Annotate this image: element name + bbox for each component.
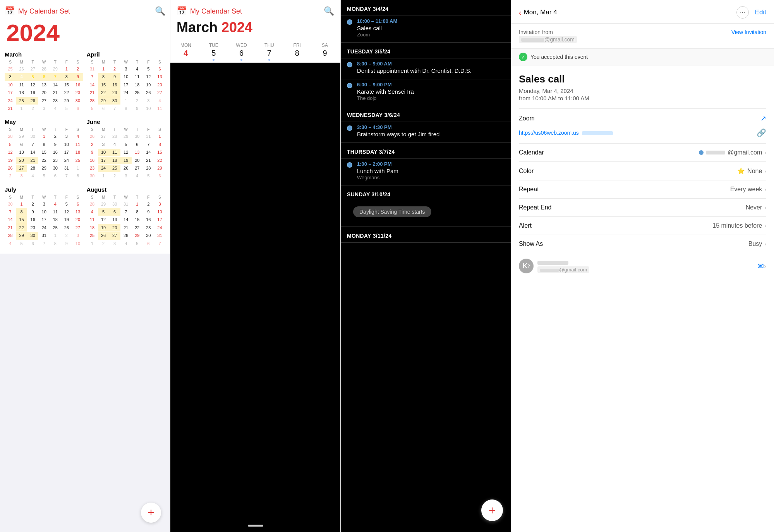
day-cell[interactable]: 17 [5,89,16,96]
day-cell[interactable]: 2 [109,172,120,180]
day-cell[interactable]: 8 [61,73,72,81]
day-cell[interactable]: 16 [143,216,154,223]
day-cell[interactable]: 25 [5,65,16,73]
day-cell[interactable]: 25 [87,232,98,239]
day-cell[interactable]: 5 [143,172,154,180]
day-cell[interactable]: 9 [132,105,143,112]
day-cell[interactable]: 20 [16,157,27,164]
day-cell[interactable]: 28 [87,201,98,208]
day-cell[interactable]: 30 [50,165,61,172]
day-cell[interactable]: 27 [38,97,50,105]
day-cell[interactable]: 19 [143,81,154,89]
day-cell[interactable]: 30 [109,201,120,208]
day-cell[interactable]: 24 [154,224,165,232]
day-cell[interactable]: 10 [154,208,165,216]
day-cell[interactable]: 2 [50,133,61,140]
day-cell[interactable]: 4 [50,201,61,208]
day-cell[interactable]: 1 [61,65,72,73]
day-cell[interactable]: 18 [132,81,143,89]
day-cell[interactable]: 7 [87,73,98,81]
day-cell[interactable]: 5 [38,172,50,180]
add-event-fab[interactable]: + [481,499,503,521]
agenda-event[interactable]: 3:30 – 4:30 PM Brainstorm ways to get Ji… [341,122,511,142]
day-cell[interactable]: 12 [98,216,109,223]
day-cell[interactable]: 2 [98,240,109,247]
week-col-fri[interactable]: FRI 8 [283,40,311,62]
day-cell[interactable]: 29 [120,133,132,140]
day-cell[interactable]: 5 [120,141,132,148]
day-cell[interactable]: 24 [120,89,132,96]
day-cell[interactable]: 24 [98,165,109,172]
day-cell[interactable]: 4 [154,97,165,105]
alert-row[interactable]: Alert 15 minutes before › [519,216,766,235]
day-cell[interactable]: 25 [132,89,143,96]
day-cell[interactable]: 26 [120,165,132,172]
day-cell[interactable]: 17 [61,149,72,156]
day-cell[interactable]: 10 [120,73,132,81]
day-cell[interactable]: 26 [143,89,154,96]
search-button-2[interactable]: 🔍 [324,6,334,16]
day-cell[interactable]: 23 [109,89,120,96]
day-cell[interactable]: 8 [16,208,27,216]
day-cell[interactable]: 31 [154,232,165,239]
day-cell[interactable]: 17 [154,216,165,223]
day-cell[interactable]: 7 [50,73,61,81]
day-cell[interactable]: 3 [16,172,27,180]
day-cell[interactable]: 9 [72,73,83,81]
day-cell[interactable]: 30 [5,201,16,208]
zoom-link-copy-icon[interactable]: 🔗 [757,128,766,137]
day-cell[interactable]: 5 [87,105,98,112]
day-cell[interactable]: 1 [98,172,109,180]
day-cell[interactable]: 13 [109,216,120,223]
day-cell[interactable]: 3 [38,201,50,208]
day-cell[interactable]: 3 [5,73,16,81]
day-cell[interactable]: 18 [87,224,98,232]
day-cell[interactable]: 12 [27,81,38,89]
day-cell[interactable]: 11 [72,141,83,148]
day-cell[interactable]: 13 [16,149,27,156]
day-cell[interactable]: 20 [38,89,50,96]
day-cell[interactable]: 30 [143,232,154,239]
day-cell[interactable]: 18 [50,216,61,223]
day-cell[interactable]: 3 [72,232,83,239]
day-cell[interactable]: 10 [38,208,50,216]
day-cell[interactable]: 23 [27,224,38,232]
day-cell[interactable]: 1 [38,133,50,140]
day-cell[interactable]: 1 [16,201,27,208]
day-cell[interactable]: 9 [143,208,154,216]
repeat-row[interactable]: Repeat Every week › [519,180,766,198]
day-cell[interactable]: 12 [120,149,132,156]
day-cell[interactable]: 1 [132,201,143,208]
day-cell[interactable]: 23 [50,157,61,164]
day-cell[interactable]: 9 [109,73,120,81]
day-cell[interactable]: 28 [120,232,132,239]
day-cell[interactable]: 6 [154,172,165,180]
day-cell[interactable]: 5 [132,240,143,247]
day-cell[interactable]: 1 [87,240,98,247]
day-cell[interactable]: 4 [120,240,132,247]
day-cell[interactable]: 27 [109,232,120,239]
day-cell[interactable]: 11 [87,216,98,223]
day-cell[interactable]: 24 [5,97,16,105]
day-cell[interactable]: 30 [132,133,143,140]
day-cell[interactable]: 14 [143,149,154,156]
day-cell[interactable]: 8 [98,73,109,81]
day-cell[interactable]: 7 [143,141,154,148]
day-cell[interactable]: 8 [154,141,165,148]
day-cell[interactable]: 14 [50,81,61,89]
day-cell[interactable]: 28 [38,65,50,73]
day-cell[interactable]: 5 [61,201,72,208]
search-button-1[interactable]: 🔍 [155,6,165,16]
day-cell[interactable]: 19 [5,157,16,164]
day-cell[interactable]: 13 [72,208,83,216]
day-cell[interactable]: 6 [16,141,27,148]
day-cell[interactable]: 28 [143,165,154,172]
day-cell[interactable]: 2 [87,141,98,148]
day-cell[interactable]: 11 [16,81,27,89]
day-cell[interactable]: 6 [72,105,83,112]
day-cell[interactable]: 25 [109,165,120,172]
agenda-event[interactable]: 6:00 – 9:00 PM Karate with Sensei Ira Th… [341,79,511,106]
day-cell[interactable]: 29 [98,201,109,208]
day-cell[interactable]: 6 [109,208,120,216]
day-cell[interactable]: 25 [16,97,27,105]
